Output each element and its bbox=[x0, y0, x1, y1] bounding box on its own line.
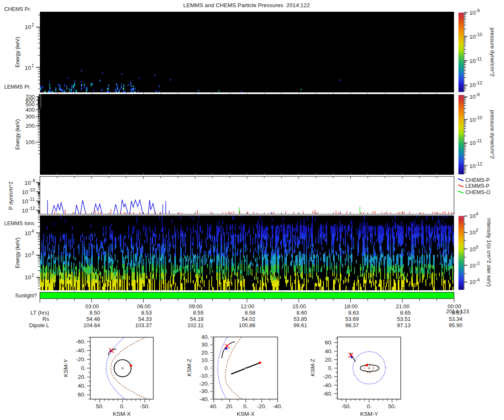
svg-text:Energy (keV): Energy (keV) bbox=[15, 37, 21, 68]
svg-text:2: 2 bbox=[32, 273, 34, 278]
svg-text:700.: 700. bbox=[26, 94, 36, 100]
svg-text:8.55: 8.55 bbox=[193, 310, 203, 316]
svg-text:10: 10 bbox=[25, 252, 31, 258]
svg-text:53.85: 53.85 bbox=[294, 316, 307, 322]
svg-text:KSM-X: KSM-X bbox=[237, 411, 255, 417]
svg-text:KSM-Z: KSM-Z bbox=[186, 359, 192, 376]
svg-text:30.: 30. bbox=[201, 341, 209, 348]
svg-text:100.86: 100.86 bbox=[239, 322, 255, 328]
svg-text:-50.: -50. bbox=[140, 403, 150, 410]
svg-text:0.: 0. bbox=[328, 365, 333, 371]
svg-text:0: 0 bbox=[476, 244, 478, 249]
svg-text:-2: -2 bbox=[476, 261, 480, 266]
svg-text:10: 10 bbox=[470, 10, 476, 16]
svg-text:-9: -9 bbox=[31, 178, 35, 183]
svg-text:10: 10 bbox=[470, 34, 476, 40]
svg-text:8.58: 8.58 bbox=[245, 310, 255, 316]
svg-text:100.: 100. bbox=[26, 139, 36, 145]
svg-text:50.: 50. bbox=[96, 403, 104, 410]
svg-text:8.50: 8.50 bbox=[89, 310, 100, 316]
svg-text:-40.: -40. bbox=[76, 347, 86, 354]
svg-text:10: 10 bbox=[470, 246, 476, 252]
svg-text:-60.: -60. bbox=[76, 339, 86, 345]
svg-text:10: 10 bbox=[470, 82, 476, 88]
svg-text:2014-123: 2014-123 bbox=[446, 308, 469, 315]
svg-text:10: 10 bbox=[470, 117, 476, 123]
svg-text:10: 10 bbox=[470, 262, 476, 269]
svg-text:-40.: -40. bbox=[273, 403, 282, 410]
svg-text:-12: -12 bbox=[29, 206, 35, 211]
svg-text:10: 10 bbox=[470, 58, 476, 64]
svg-text:09:00: 09:00 bbox=[189, 303, 203, 310]
svg-text:-10: -10 bbox=[29, 187, 35, 192]
svg-text:20.: 20. bbox=[226, 403, 234, 410]
svg-text:KSM-Y: KSM-Y bbox=[360, 411, 378, 417]
svg-text:54.18: 54.18 bbox=[190, 316, 204, 322]
svg-text:10: 10 bbox=[470, 213, 476, 219]
svg-text:8.65: 8.65 bbox=[400, 310, 410, 316]
svg-text:10: 10 bbox=[470, 94, 476, 100]
svg-text:03:00: 03:00 bbox=[85, 303, 99, 310]
svg-text:53.51: 53.51 bbox=[397, 316, 411, 322]
svg-text:102.11: 102.11 bbox=[187, 322, 204, 328]
svg-text:18:00: 18:00 bbox=[344, 303, 358, 310]
svg-text:1: 1 bbox=[32, 63, 34, 68]
svg-text:-10: -10 bbox=[476, 32, 482, 37]
svg-text:LEMMS-P: LEMMS-P bbox=[465, 183, 489, 189]
svg-text:P dyn/cm^2: P dyn/cm^2 bbox=[8, 181, 14, 210]
svg-text:10: 10 bbox=[470, 163, 476, 169]
svg-text:95.90: 95.90 bbox=[449, 322, 462, 328]
svg-text:40.: 40. bbox=[201, 334, 209, 340]
svg-text:21:00: 21:00 bbox=[396, 303, 410, 310]
svg-text:Energy (keV): Energy (keV) bbox=[15, 238, 21, 268]
svg-text:300.: 300. bbox=[26, 113, 36, 120]
svg-text:-11: -11 bbox=[29, 197, 35, 202]
svg-text:-12: -12 bbox=[476, 80, 482, 85]
svg-text:intensity 1/(s cm^2 ster keV): intensity 1/(s cm^2 ster keV) bbox=[486, 218, 492, 287]
svg-text:KSM-X: KSM-X bbox=[113, 411, 131, 417]
svg-text:-9: -9 bbox=[476, 92, 480, 97]
svg-text:50.: 50. bbox=[388, 403, 396, 410]
svg-text:20.: 20. bbox=[78, 374, 86, 380]
svg-text:-10: -10 bbox=[476, 115, 482, 120]
svg-text:4: 4 bbox=[32, 228, 34, 234]
svg-text:40.: 40. bbox=[78, 383, 86, 389]
svg-text:2: 2 bbox=[476, 228, 478, 233]
svg-text:-11: -11 bbox=[476, 56, 482, 61]
svg-text:10: 10 bbox=[470, 140, 476, 146]
svg-text:-40.: -40. bbox=[200, 396, 209, 402]
svg-text:20.: 20. bbox=[201, 349, 209, 356]
svg-text:103.37: 103.37 bbox=[135, 322, 152, 328]
svg-text:8.63: 8.63 bbox=[348, 310, 359, 316]
svg-text:-9: -9 bbox=[476, 8, 480, 13]
svg-text:10: 10 bbox=[470, 229, 476, 236]
svg-text:8.53: 8.53 bbox=[141, 310, 152, 316]
svg-text:40.: 40. bbox=[210, 403, 218, 410]
svg-text:LEMMS and CHEMS Particle Press: LEMMS and CHEMS Particle Pressures 2014:… bbox=[183, 2, 310, 8]
svg-text:LEMMS Ions: LEMMS Ions bbox=[4, 220, 34, 226]
svg-text:10: 10 bbox=[22, 198, 28, 205]
svg-text:-12: -12 bbox=[476, 161, 482, 166]
svg-text:2: 2 bbox=[32, 22, 34, 27]
svg-text:10: 10 bbox=[25, 24, 31, 30]
svg-text:10: 10 bbox=[22, 207, 28, 214]
svg-text:104.64: 104.64 bbox=[83, 322, 100, 328]
svg-text:20.: 20. bbox=[325, 357, 333, 363]
svg-text:12:00: 12:00 bbox=[241, 303, 255, 310]
svg-text:LEMMS Pr.: LEMMS Pr. bbox=[4, 84, 31, 90]
svg-text:-40.: -40. bbox=[323, 382, 333, 388]
svg-text:53.34: 53.34 bbox=[449, 316, 462, 322]
svg-text:10.: 10. bbox=[201, 357, 209, 363]
svg-text:CHEMS Pr.: CHEMS Pr. bbox=[4, 6, 31, 12]
svg-text:0.: 0. bbox=[367, 403, 371, 410]
svg-text:54.02: 54.02 bbox=[242, 316, 255, 322]
svg-text:3: 3 bbox=[32, 250, 34, 255]
svg-text:10: 10 bbox=[470, 279, 476, 285]
svg-text:0.: 0. bbox=[120, 403, 125, 410]
svg-text:10: 10 bbox=[22, 189, 28, 195]
svg-text:-60.: -60. bbox=[323, 391, 333, 397]
svg-text:60.: 60. bbox=[325, 339, 333, 346]
svg-text:CHEMS-O: CHEMS-O bbox=[465, 189, 491, 195]
svg-text:97.13: 97.13 bbox=[397, 322, 411, 328]
svg-text:10: 10 bbox=[25, 274, 31, 281]
